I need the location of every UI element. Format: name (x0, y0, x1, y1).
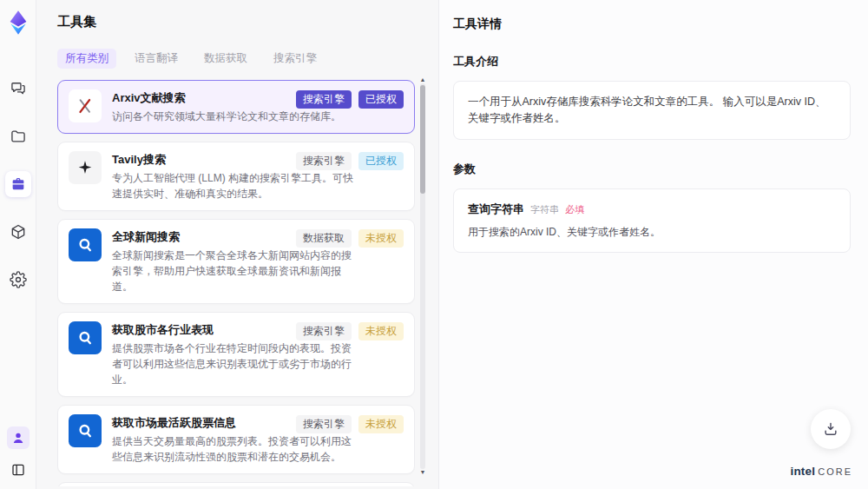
gear-icon[interactable] (5, 267, 31, 293)
tool-description: 提供股票市场各个行业在特定时间段内的表现。投资者可以利用这些信息来识别表现优于或… (112, 340, 357, 387)
user-avatar[interactable] (7, 426, 30, 449)
tool-tags: 搜索引擎 未授权 (296, 415, 404, 433)
tool-category-tag: 搜索引擎 (296, 90, 352, 109)
tool-category-tag: 数据获取 (296, 229, 352, 248)
detail-title: 工具详情 (453, 17, 851, 32)
panel-toggle-icon[interactable] (8, 459, 29, 480)
arxiv-logo-icon (69, 89, 102, 122)
rail-bottom (7, 426, 30, 480)
tool-auth-badge: 未授权 (358, 229, 404, 248)
finance-q-icon (69, 414, 102, 447)
brand-intel-text: intel (790, 465, 815, 478)
tool-description: 全球新闻搜索是一个聚合全球各大新闻网站内容的搜索引擎，帮助用户快速获取全球最新资… (112, 248, 357, 294)
tool-description: 提供当天交易量最高的股票列表。投资者可以利用这些信息来识别流动性强的股票和潜在的… (112, 433, 357, 465)
tool-list-item[interactable]: 获取股市各行业表现 提供股票市场各个行业在特定时间段内的表现。投资者可以利用这些… (57, 312, 415, 397)
download-icon (822, 420, 839, 438)
finance-q-icon (69, 228, 102, 261)
tool-category-tag: 搜索引擎 (296, 152, 352, 170)
tool-tags: 搜索引擎 已授权 (296, 152, 404, 170)
toolbox-icon[interactable] (5, 171, 31, 197)
tool-category-tag: 搜索引擎 (296, 322, 352, 340)
param-head: 查询字符串 字符串 必填 (468, 202, 836, 217)
tool-tags: 搜索引擎 未授权 (296, 322, 404, 340)
category-tab-1[interactable]: 语言翻译 (127, 49, 186, 69)
tool-list-item[interactable]: 万维地区新闻查询 查询具体行政区划内的新闻，快速了解各地新闻动 搜索引擎 未授权 (57, 482, 415, 486)
tool-list-item[interactable]: Arxiv文献搜索 访问各个研究领域大量科学论文和文章的存储库。 搜索引擎 已授… (57, 80, 415, 134)
tool-list-item[interactable]: Tavily搜索 专为人工智能代理 (LLM) 构建的搜索引擎工具。可快速提供实… (57, 142, 415, 211)
tool-category-tag: 搜索引擎 (296, 415, 352, 433)
intro-heading: 工具介绍 (453, 54, 851, 69)
category-tab-3[interactable]: 搜索引擎 (266, 49, 325, 69)
tool-description: 专为人工智能代理 (LLM) 构建的搜索引擎工具。可快速提供实时、准确和真实的结… (112, 170, 357, 202)
tool-auth-badge: 未授权 (358, 415, 404, 433)
tool-tags: 数据获取 未授权 (296, 229, 404, 248)
tool-list: Arxiv文献搜索 访问各个研究领域大量科学论文和文章的存储库。 搜索引擎 已授… (57, 80, 415, 486)
scroll-down-icon[interactable]: ▼ (419, 469, 426, 476)
chat-icon[interactable] (5, 76, 31, 102)
folder-icon[interactable] (5, 123, 31, 149)
param-required-badge: 必填 (565, 203, 584, 216)
list-scrollbar[interactable]: ▲ ▼ (419, 76, 426, 476)
sparkle-star-icon (69, 151, 102, 184)
app-logo[interactable] (5, 10, 31, 36)
tool-list-item[interactable]: 获取市场最活跃股票信息 提供当天交易量最高的股票列表。投资者可以利用这些信息来识… (57, 405, 415, 474)
category-tabs: 所有类别 语言翻译 数据获取 搜索引擎 (57, 49, 438, 69)
param-description: 用于搜索的Arxiv ID、关键字或作者姓名。 (468, 225, 836, 240)
tool-auth-badge: 已授权 (358, 152, 404, 170)
scroll-up-icon[interactable]: ▲ (419, 76, 426, 83)
tool-auth-badge: 已授权 (358, 90, 404, 109)
download-button[interactable] (811, 409, 851, 449)
tool-tags: 搜索引擎 已授权 (296, 90, 404, 109)
param-type: 字符串 (530, 203, 559, 216)
finance-q-icon (69, 321, 102, 354)
tool-list-item[interactable]: 全球新闻搜索 全球新闻搜索是一个聚合全球各大新闻网站内容的搜索引擎，帮助用户快速… (57, 219, 415, 304)
category-tab-0[interactable]: 所有类别 (57, 49, 116, 69)
rail-nav (5, 76, 31, 293)
intel-core-logo: intel CORE (790, 465, 852, 478)
intro-card: 一个用于从Arxiv存储库搜索科学论文和文章的工具。 输入可以是Arxiv ID… (453, 81, 851, 140)
page-title: 工具集 (57, 14, 438, 30)
category-tab-2[interactable]: 数据获取 (196, 49, 255, 69)
tool-list-panel: 工具集 所有类别 语言翻译 数据获取 搜索引擎 Arxiv文献搜索 访问各个研究… (36, 0, 438, 489)
scrollbar-thumb[interactable] (420, 85, 425, 194)
tool-auth-badge: 未授权 (358, 322, 404, 340)
tool-detail-panel: 工具详情 工具介绍 一个用于从Arxiv存储库搜索科学论文和文章的工具。 输入可… (438, 0, 868, 489)
intro-text: 一个用于从Arxiv存储库搜索科学论文和文章的工具。 输入可以是Arxiv ID… (468, 94, 836, 127)
icon-rail (0, 0, 36, 489)
param-card: 查询字符串 字符串 必填 用于搜索的Arxiv ID、关键字或作者姓名。 (453, 188, 851, 253)
brand-core-text: CORE (818, 466, 852, 477)
tool-description: 访问各个研究领域大量科学论文和文章的存储库。 (112, 109, 341, 124)
param-name: 查询字符串 (468, 202, 524, 217)
params-heading: 参数 (453, 162, 851, 177)
cube-icon[interactable] (5, 219, 31, 245)
app-window: 工具集 所有类别 语言翻译 数据获取 搜索引擎 Arxiv文献搜索 访问各个研究… (0, 0, 868, 489)
